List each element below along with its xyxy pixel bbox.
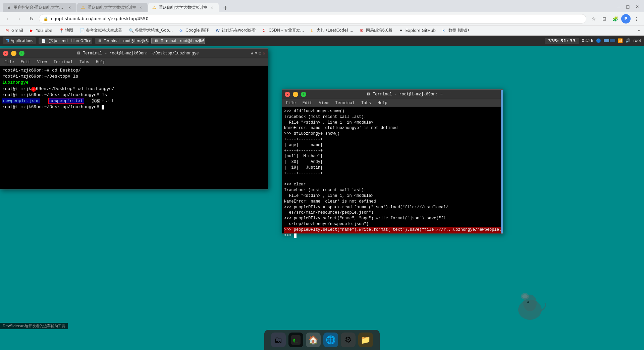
term-left-menu-view[interactable]: View	[36, 59, 48, 65]
term-right-maximize[interactable]: +	[301, 92, 306, 97]
address-input[interactable]: 🔒 cqupt.shuidilab.cn/console/expdesktop/…	[39, 14, 586, 24]
bookmark-maps[interactable]: 📍 地图	[56, 27, 76, 34]
term-r-3: File "<stdin>", line 1, in <module>	[284, 120, 501, 126]
bookmark-netease[interactable]: ✉ 网易邮箱6.0版	[357, 27, 395, 34]
svg-point-3	[522, 294, 528, 298]
term-left-menu-file[interactable]: File	[3, 59, 15, 65]
tab-search-icon[interactable]: ⊡	[600, 14, 609, 24]
svg-point-4	[527, 301, 529, 303]
dock-item-network[interactable]: 🌐	[323, 333, 338, 347]
maximize-button[interactable]: □	[624, 3, 632, 11]
bookmark-references[interactable]: 📄 参考文献格式生成器	[77, 27, 125, 34]
bookmark-translate[interactable]: G Google 翻译	[177, 27, 212, 34]
bookmark-youtube[interactable]: ▶ YouTube	[27, 28, 55, 34]
back-button[interactable]: ‹	[3, 14, 12, 24]
tab-3-favicon: ⚠	[152, 5, 157, 10]
window-controls: − □ ✕	[614, 3, 641, 12]
md-file: 实验＋.md	[92, 98, 113, 103]
menu-icon[interactable]: ⋮	[632, 14, 641, 24]
terminal-right-edge[interactable]	[501, 90, 503, 233]
bookmark-scholar[interactable]: 🔍 谷歌学术镜像_Goo...	[126, 27, 175, 34]
term-r-11: | 19| Justin|	[284, 165, 501, 171]
svg-text:$_: $_	[293, 338, 298, 343]
term-r-17: NameError: name 'clear' is not defined	[284, 199, 501, 205]
term-right-menu-help[interactable]: Help	[376, 100, 389, 106]
translate-favicon: G	[179, 28, 184, 33]
profile-avatar[interactable]: P	[621, 14, 631, 24]
bookmark-word[interactable]: W 让代码在word好看	[213, 27, 259, 34]
tab-1-close[interactable]: ✕	[67, 5, 72, 10]
tab-1[interactable]: 🖥 用户控制台-重庆邮电大学大数… ✕	[3, 3, 76, 12]
term-right-menu-tabs[interactable]: Tabs	[360, 100, 372, 106]
json-file-highlight: newpeople.json	[2, 98, 40, 103]
indicators	[604, 39, 615, 42]
extension-icon[interactable]: 🧩	[610, 14, 620, 24]
tab-2[interactable]: ⚠ 重庆邮电大学大数据实训室 ✕	[77, 3, 148, 12]
bookmark-csdn-label: CSDN - 专业开发...	[269, 28, 304, 33]
word-favicon: W	[216, 28, 220, 33]
reload-button[interactable]: ↻	[27, 14, 36, 24]
taskbar-window-2[interactable]: 🖥 Terminal - root@i-mzjk6...	[95, 38, 149, 44]
system-taskbar: ⊞ Applications 📄 [实验+.md - LibreOffice .…	[0, 36, 644, 46]
term-left-menu-help[interactable]: Help	[95, 59, 107, 65]
tab-1-title: 用户控制台-重庆邮电大学大数…	[13, 5, 65, 10]
dock-item-files[interactable]: 🗂	[271, 333, 286, 347]
term-left-menu-edit[interactable]: Edit	[19, 59, 32, 65]
github-favicon: ⚫	[399, 28, 404, 33]
dock-item-settings[interactable]: ⚙	[341, 333, 356, 347]
bookmark-star-icon[interactable]: ☆	[589, 14, 598, 24]
bookmark-gmail[interactable]: M Gmail	[3, 28, 26, 34]
bookmark-word-label: 让代码在word好看	[222, 28, 256, 33]
term-left-scroll-down[interactable]: ▼	[255, 51, 258, 56]
term-right-minimize[interactable]: −	[293, 92, 298, 97]
dock-item-terminal[interactable]: $_	[288, 333, 303, 347]
badge-icon: 3	[31, 87, 36, 92]
bookmark-references-label: 参考文献格式生成器	[86, 28, 122, 33]
tab-2-close[interactable]: ✕	[138, 5, 144, 10]
bookmark-csdn[interactable]: C CSDN - 专业开发...	[260, 27, 307, 34]
term-left-menu-tabs[interactable]: Tabs	[78, 59, 91, 65]
term-left-minimize[interactable]: −	[11, 51, 16, 56]
term-right-menu-edit[interactable]: Edit	[301, 100, 314, 106]
terminal-left-title: 🖥 Terminal - root@i-mzjk69on: ~/Desktop/…	[27, 51, 248, 56]
term-left-maximize[interactable]: +	[19, 51, 24, 56]
term-right-menu-terminal[interactable]: Terminal	[334, 100, 356, 106]
system-clock: 335: 51: 33	[545, 38, 579, 44]
term-r-7: | age| name|	[284, 142, 501, 148]
dock-item-folder[interactable]: 📁	[358, 333, 373, 347]
term-left-close[interactable]: ✕	[3, 51, 8, 56]
netease-favicon: ✉	[360, 28, 365, 33]
csdn-favicon: C	[263, 28, 267, 33]
term-right-menu-view[interactable]: View	[318, 100, 330, 106]
scholar-favicon: 🔍	[129, 28, 133, 33]
term-r-15: Traceback (most recent call last):	[284, 187, 501, 193]
taskbar-window-1[interactable]: 📄 [实验+.md - LibreOffice ...	[39, 38, 92, 44]
applications-button[interactable]: ⊞ Applications	[3, 37, 36, 44]
apps-icon: ⊞	[5, 38, 9, 43]
browser-window: 🖥 用户控制台-重庆邮电大学大数… ✕ ⚠ 重庆邮电大学大数据实训室 ✕ ⚠ 重…	[0, 0, 644, 36]
dock-item-home[interactable]: 🏠	[306, 333, 321, 347]
terminal-right: ✕ − + 🖥 Terminal - root@i-mzjk69on: ~ Fi…	[282, 89, 503, 234]
term-right-menu-file[interactable]: File	[285, 100, 297, 106]
taskbar-window-3[interactable]: 🖥 Terminal - root@i-mzjk6...	[151, 38, 205, 44]
minimize-button[interactable]: −	[614, 3, 623, 11]
tab-3-close[interactable]: ✕	[209, 5, 215, 10]
bookmark-leetcode[interactable]: L 力扣 (LeetCode) ...	[308, 27, 356, 34]
term-right-close[interactable]: ✕	[285, 92, 290, 97]
references-favicon: 📄	[80, 28, 85, 33]
bookmark-youtube-label: YouTube	[36, 28, 52, 33]
term-left-menu-terminal[interactable]: Terminal	[52, 59, 74, 65]
bookmark-translate-label: Google 翻译	[185, 28, 209, 33]
bookmarks-more[interactable]: »	[636, 28, 641, 34]
system-time: 03:26	[582, 38, 593, 43]
new-tab-button[interactable]: +	[221, 3, 230, 12]
forward-button[interactable]: ›	[15, 14, 24, 24]
bookmark-data[interactable]: k 数据 (赚钱)	[440, 27, 472, 34]
bookmark-github[interactable]: ⚫ Explore GitHub	[397, 28, 438, 34]
tab-3[interactable]: ⚠ 重庆邮电大学大数据实训室 ✕	[148, 3, 219, 12]
term-left-x[interactable]: ✕	[263, 51, 265, 56]
term-left-scroll-up[interactable]: ▲	[251, 51, 254, 56]
close-button[interactable]: ✕	[633, 3, 641, 11]
terminal-right-title: 🖥 Terminal - root@i-mzjk69on: ~	[309, 92, 500, 97]
term-left-detach[interactable]: ⊡	[259, 51, 261, 56]
